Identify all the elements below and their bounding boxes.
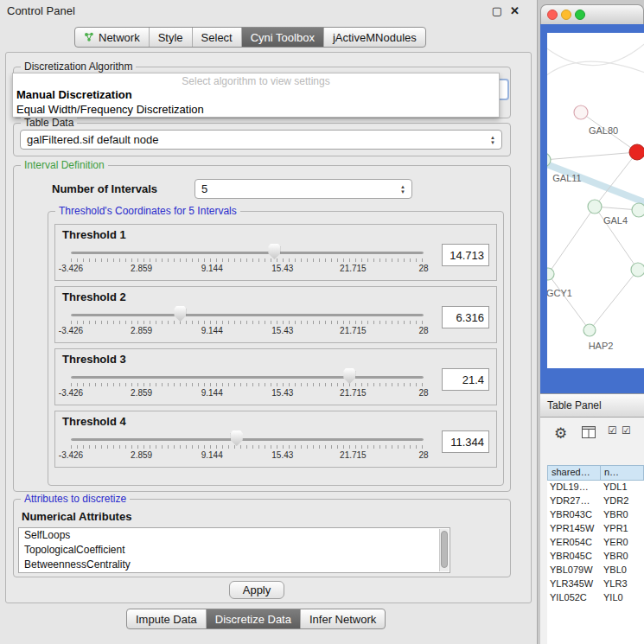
network-node-selected[interactable] bbox=[629, 144, 644, 160]
column-header-name[interactable]: n… bbox=[601, 465, 644, 481]
table-cell[interactable]: YDR27… bbox=[547, 494, 601, 508]
threshold-4-slider[interactable]: -3.426 2.859 9.144 15.43 21.715 28 bbox=[71, 430, 424, 465]
table-cell[interactable]: YDL19… bbox=[547, 481, 601, 494]
table-data-combo[interactable]: galFiltered.sif default node ▲ ▼ bbox=[20, 130, 502, 150]
table-cell[interactable]: YBR043C bbox=[547, 508, 601, 522]
select-all-checkbox-icon[interactable]: ☑ bbox=[608, 424, 617, 437]
network-node[interactable] bbox=[574, 105, 588, 119]
bottom-tab-discretize-data[interactable]: Discretize Data bbox=[206, 609, 300, 628]
tab-network[interactable]: Network bbox=[75, 28, 149, 47]
network-node-gal4[interactable] bbox=[588, 200, 602, 214]
tab-cyni-toolbox[interactable]: Cyni Toolbox bbox=[241, 28, 323, 47]
threshold-4-value-field[interactable]: 11.344 bbox=[442, 430, 489, 453]
apply-button[interactable]: Apply bbox=[229, 581, 284, 599]
list-scrollbar[interactable] bbox=[439, 529, 449, 571]
traffic-light-zoom-icon[interactable] bbox=[575, 10, 585, 20]
table-row[interactable]: YBR045C YBR0 bbox=[547, 550, 644, 564]
threshold-1-slider-thumb[interactable] bbox=[268, 244, 280, 259]
table-header-row: shared… n… bbox=[547, 465, 644, 481]
table-cell[interactable]: YBL079W bbox=[547, 564, 601, 577]
threshold-3-value-field[interactable]: 21.4 bbox=[442, 368, 489, 391]
network-edge[interactable] bbox=[590, 270, 638, 330]
table-row[interactable]: YDL19… YDL1 bbox=[547, 481, 644, 494]
columns-icon[interactable] bbox=[582, 426, 596, 438]
network-wide-edge[interactable] bbox=[547, 163, 644, 204]
slider-track[interactable] bbox=[71, 314, 424, 316]
bottom-tab-infer-network[interactable]: Infer Network bbox=[300, 609, 385, 628]
table-cell[interactable]: YDL1 bbox=[601, 481, 644, 494]
threshold-2-value-field[interactable]: 6.316 bbox=[442, 306, 489, 328]
list-scrollbar-thumb[interactable] bbox=[441, 531, 448, 568]
scale-label: 2.859 bbox=[131, 326, 152, 335]
network-edge[interactable] bbox=[548, 207, 595, 274]
table-cell[interactable]: YLR3 bbox=[601, 577, 644, 591]
tab-select[interactable]: Select bbox=[192, 28, 241, 47]
table-row[interactable]: YPR145W YPR1 bbox=[547, 522, 644, 536]
dropdown-option-equal-width-frequency[interactable]: Equal Width/Frequency Discretization bbox=[13, 102, 499, 117]
threshold-1-slider[interactable]: -3.426 2.859 9.144 15.43 21.715 28 bbox=[71, 244, 424, 278]
network-node-gcy1[interactable] bbox=[547, 268, 554, 280]
scale-label: 2.859 bbox=[131, 388, 152, 398]
slider-track[interactable] bbox=[71, 376, 424, 379]
column-header-shared-name[interactable]: shared… bbox=[547, 465, 601, 481]
close-window-icon[interactable]: ✕ bbox=[510, 4, 520, 17]
list-item-betweennesscentrality[interactable]: BetweennessCentrality bbox=[19, 558, 450, 572]
dropdown-option-manual-discretization[interactable]: Manual Discretization bbox=[13, 87, 499, 102]
gear-icon[interactable]: ⚙ bbox=[554, 424, 567, 443]
network-node[interactable] bbox=[631, 263, 644, 277]
table-cell[interactable]: YPR1 bbox=[601, 522, 644, 536]
network-edge[interactable] bbox=[547, 152, 637, 160]
tab-jactivemnodules[interactable]: jActiveMNodules bbox=[323, 28, 425, 47]
network-canvas[interactable]: GAL80 GAL11 GAL4 GCY1 HAP2 bbox=[547, 33, 644, 368]
threshold-3-slider[interactable]: -3.426 2.859 9.144 15.43 21.715 28 bbox=[71, 368, 424, 403]
network-edge[interactable] bbox=[547, 61, 644, 80]
network-node-hap2[interactable] bbox=[583, 324, 596, 336]
threshold-2-slider-thumb[interactable] bbox=[174, 306, 186, 322]
table-cell[interactable]: YPR145W bbox=[547, 522, 601, 536]
tab-style-label: Style bbox=[158, 31, 183, 44]
bottom-tab-impute-data-label: Impute Data bbox=[136, 613, 197, 626]
apply-button-label: Apply bbox=[243, 583, 271, 596]
table-cell[interactable]: YBR045C bbox=[547, 550, 601, 564]
table-cell[interactable]: YIL052C bbox=[547, 591, 601, 605]
table-cell[interactable]: YIL0 bbox=[601, 591, 644, 605]
number-of-intervals-combo[interactable]: 5 ▲ ▼ bbox=[194, 179, 412, 199]
table-row[interactable]: YLR345W YLR3 bbox=[547, 577, 644, 591]
bottom-tab-impute-data[interactable]: Impute Data bbox=[127, 609, 206, 628]
list-item-topologicalcoefficient[interactable]: TopologicalCoefficient bbox=[19, 543, 450, 558]
slider-ticks bbox=[71, 258, 424, 262]
table-row[interactable]: YBL079W YBL0 bbox=[547, 564, 644, 577]
threshold-1-box: Threshold 1 -3.426 2.859 9.144 15.43 21.… bbox=[54, 224, 497, 281]
slider-track[interactable] bbox=[71, 438, 424, 441]
network-node[interactable] bbox=[632, 203, 644, 217]
network-node-label-gcy1: GCY1 bbox=[547, 288, 572, 298]
table-row[interactable]: YER054C YER0 bbox=[547, 536, 644, 550]
table-cell[interactable]: YBR0 bbox=[601, 508, 644, 522]
number-of-intervals-value: 5 bbox=[201, 182, 207, 195]
table-row[interactable]: YIL052C YIL0 bbox=[547, 591, 644, 605]
combo-arrows-icon: ▲ ▼ bbox=[490, 135, 495, 145]
table-panel-title: Table Panel bbox=[547, 399, 602, 411]
threshold-4-slider-thumb[interactable] bbox=[231, 430, 243, 446]
function-checkbox-icon[interactable]: ☑ bbox=[622, 424, 631, 437]
table-cell[interactable]: YER054C bbox=[547, 536, 601, 550]
table-cell[interactable]: YBL0 bbox=[601, 564, 644, 577]
table-cell[interactable]: YLR345W bbox=[547, 577, 601, 591]
table-row[interactable]: YBR043C YBR0 bbox=[547, 508, 644, 522]
tab-style[interactable]: Style bbox=[149, 28, 192, 47]
float-window-icon[interactable]: ▢ bbox=[492, 4, 502, 17]
threshold-3-slider-thumb[interactable] bbox=[343, 368, 355, 384]
table-cell[interactable]: YBR0 bbox=[601, 550, 644, 564]
traffic-light-close-icon[interactable] bbox=[547, 10, 558, 20]
slider-track[interactable] bbox=[71, 252, 424, 254]
traffic-light-minimize-icon[interactable] bbox=[561, 10, 571, 20]
network-edge[interactable] bbox=[548, 274, 590, 330]
table-row[interactable]: YDR27… YDR2 bbox=[547, 494, 644, 508]
algorithm-group-label: Discretization Algorithm bbox=[21, 61, 136, 73]
network-window-titlebar[interactable] bbox=[540, 4, 644, 24]
table-cell[interactable]: YDR2 bbox=[601, 494, 644, 508]
table-cell[interactable]: YER0 bbox=[601, 536, 644, 550]
threshold-1-value-field[interactable]: 14.713 bbox=[442, 244, 489, 266]
list-item-selfloops[interactable]: SelfLoops bbox=[19, 528, 450, 543]
threshold-2-slider[interactable]: -3.426 2.859 9.144 15.43 21.715 28 bbox=[71, 306, 424, 341]
